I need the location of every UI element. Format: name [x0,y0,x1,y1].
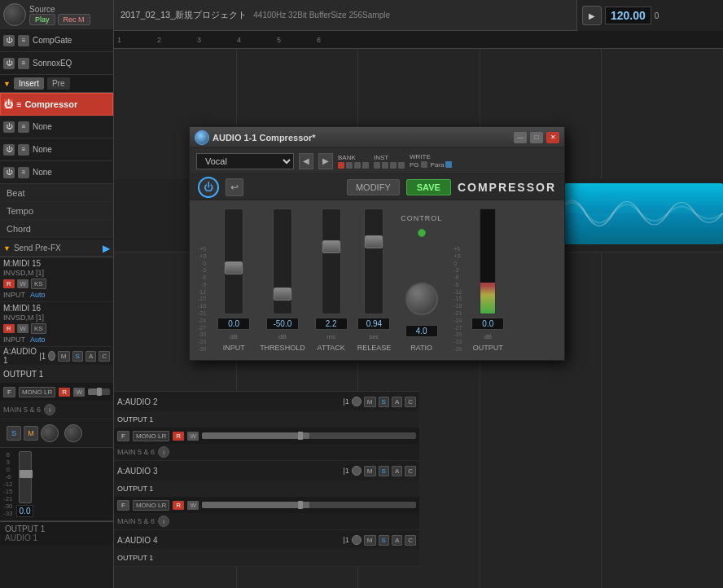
audio1-a[interactable]: A [85,351,96,362]
audio3-f[interactable]: F [117,500,129,511]
audio3-fader[interactable] [202,502,416,508]
ruler-1: 1 [114,36,154,44]
audio1-knob[interactable] [41,424,59,442]
audio2-w[interactable]: W [187,432,199,441]
audio1-f[interactable]: F [3,387,15,397]
audio2-a[interactable]: A [392,397,402,407]
audio3-a[interactable]: A [392,466,402,476]
attack-fader-thumb[interactable] [322,240,340,253]
midi-track-15: M:MIDI 15 INVSD,M [1] R W KS INPUT Auto [0,257,113,302]
modify-button[interactable]: MODIFY [347,179,400,195]
source-knob[interactable] [3,3,26,26]
audio4-a[interactable]: A [392,535,402,546]
audio4-m[interactable]: M [364,535,376,546]
audio1-m-btn[interactable]: M [24,426,38,441]
audio3-circle[interactable] [352,466,362,476]
audio2-s[interactable]: S [379,397,389,407]
window-close-button[interactable]: ✕ [546,132,559,143]
menu-icon-none2: ≡ [18,144,29,156]
insert-tab[interactable]: Insert [14,77,44,90]
send-prefx-label: Send Pre-FX [14,244,61,252]
release-value: 0.94 [357,318,390,330]
audio3-s[interactable]: S [379,466,389,476]
audio1-info[interactable]: i [44,404,55,415]
audio3-c[interactable]: C [405,466,416,476]
audio1-knob2[interactable] [64,424,82,442]
play-button[interactable]: Play [29,14,55,25]
audio1-fader[interactable] [88,388,110,395]
window-maximize-button[interactable]: □ [530,132,543,143]
threshold-unit: dB [278,333,287,340]
audio3-info[interactable]: i [158,516,169,527]
audio3-mono[interactable]: MONO LR [133,500,169,511]
sidebar-item-sonnox[interactable]: ⏻ ≡ SonnoxEQ [0,52,113,75]
audio1-r[interactable]: R [59,388,70,397]
comp-back-button[interactable]: ↩ [226,178,243,196]
audio2-circle[interactable] [352,397,362,406]
audio3-r[interactable]: R [173,501,184,510]
input-fader-thumb[interactable] [225,261,243,274]
attack-fader-track[interactable] [322,208,341,314]
audio1-s-btn[interactable]: S [7,426,21,441]
inst-dot-1 [374,162,380,169]
main-fader-track[interactable] [19,451,32,503]
comp-power-button[interactable]: ⏻ [198,177,219,198]
audio1-c[interactable]: C [99,351,110,362]
audio1-circle[interactable] [48,351,55,361]
preset-select[interactable]: Vocal [196,153,294,169]
audio3-name: A:AUDIO 3 [117,467,157,476]
midi16-name: M:MIDI 16 [3,304,41,313]
transport-play[interactable]: ▶ [582,6,602,25]
chord-label: Chord [7,224,31,234]
ratio-knob[interactable] [405,283,438,315]
release-fader-track[interactable] [364,208,383,314]
sidebar-item-none3[interactable]: ⏻ ≡ None [0,161,113,184]
midi15-w-btn[interactable]: W [17,279,28,288]
audio2-c[interactable]: C [405,397,416,407]
audio1-m[interactable]: M [58,351,70,362]
sidebar-item-none2[interactable]: ⏻ ≡ None [0,138,113,161]
audio1-smw-section: S M [0,419,113,448]
audio4-c[interactable]: C [405,535,416,546]
sidebar-beat-row: Beat [0,184,113,202]
threshold-fader-thumb[interactable] [274,287,291,301]
audio2-fader[interactable] [202,432,416,439]
midi16-ks-btn[interactable]: KS [31,323,46,334]
input-fader-track[interactable] [224,208,243,314]
audio4-circle[interactable] [352,535,362,545]
audio1-s[interactable]: S [72,351,83,362]
audio3-m[interactable]: M [364,466,376,476]
threshold-fader-track[interactable] [273,208,292,314]
midi16-w-btn[interactable]: W [17,324,28,333]
audio2-r[interactable]: R [173,432,184,441]
release-label: RELEASE [357,344,392,352]
midi15-r-btn[interactable]: R [3,279,15,288]
audio2-output: OUTPUT 1 [117,415,153,423]
audio4-s[interactable]: S [379,535,389,546]
midi15-ks-btn[interactable]: KS [31,279,46,289]
rec-button[interactable]: Rec M [58,14,90,25]
pre-tab[interactable]: Pre [47,77,70,90]
preset-next[interactable]: ▶ [318,153,333,169]
sonnox-label: SonnoxEQ [33,59,110,68]
audio2-f[interactable]: F [117,431,129,441]
audio1-w[interactable]: W [73,388,85,397]
midi16-r-btn[interactable]: R [3,324,15,333]
save-button[interactable]: SAVE [406,179,451,195]
audio2-m[interactable]: M [364,397,376,407]
release-fader-thumb[interactable] [365,235,383,248]
audio1-mono[interactable]: MONO LR [19,387,55,397]
compressor-window: AUDIO 1-1 Compressor* — □ ✕ Vocal ◀ ▶ BA… [189,126,565,361]
window-minimize-button[interactable]: — [514,132,527,143]
preset-prev[interactable]: ◀ [299,153,313,169]
audio3-w[interactable]: W [187,501,199,510]
audio1-main: MAIN 5 & 6 [3,406,41,414]
audio2-info[interactable]: i [158,446,169,458]
audio2-mono[interactable]: MONO LR [133,431,169,441]
sidebar-item-compgate[interactable]: ⏻ ≡ CompGate [0,29,113,52]
main-fader-group: 0.0 [16,451,34,517]
main-fader-thumb[interactable] [20,470,33,478]
menu-icon-sonnox: ≡ [18,58,29,69]
sidebar-item-none1[interactable]: ⏻ ≡ None [0,116,113,138]
sidebar-item-compressor[interactable]: ⏻ ≡ Compressor [0,93,113,116]
